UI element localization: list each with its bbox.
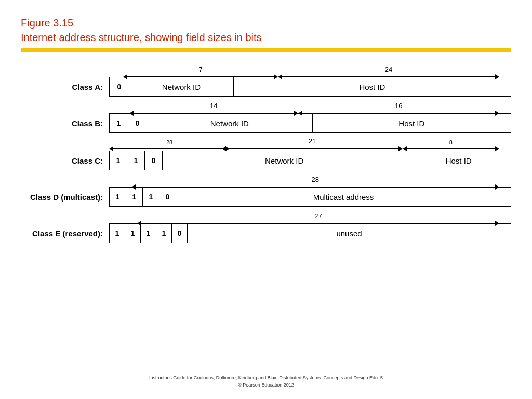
arrow-21-label: 21 <box>222 137 403 145</box>
diagram-area: 7 24 Class <box>21 62 511 243</box>
class-a-arrows: 7 24 <box>109 62 511 77</box>
class-d-bit-1c: 1 <box>143 188 159 206</box>
class-b-row: Class B: 1 0 Network ID Host ID <box>21 113 511 133</box>
class-a-block: 7 24 Class <box>21 62 511 97</box>
yellow-divider <box>21 48 511 52</box>
class-a-label: Class A: <box>21 83 109 91</box>
class-e-block: 27 Class E (reserved): 1 1 1 1 <box>21 209 511 243</box>
class-d-bit-1a: 1 <box>110 188 126 206</box>
class-e-row: Class E (reserved): 1 1 1 1 0 unused <box>21 223 511 243</box>
class-b-label: Class B: <box>21 119 109 128</box>
arrow-28-lb <box>113 148 225 149</box>
class-c-host-id: Host ID <box>406 151 511 170</box>
class-d-bit-1b: 1 <box>126 188 143 206</box>
arrow-14-label: 14 <box>129 102 298 110</box>
class-d-row: Class D (multicast): 1 1 1 0 Multicast a… <box>21 187 511 207</box>
arrow-21: 21 <box>222 137 403 151</box>
class-c-label: Class C: <box>21 156 109 165</box>
class-e-boxes: 1 1 1 1 0 unused <box>109 223 511 243</box>
class-c-row: Class C: 1 1 0 Network ID Host ID <box>21 151 511 170</box>
class-e-bit-1a: 1 <box>110 224 125 243</box>
class-a-row: Class A: 0 Network ID Host ID <box>21 77 511 97</box>
class-b-arrows: 14 16 <box>109 99 511 113</box>
class-d-boxes: 1 1 1 0 Multicast address <box>109 187 511 207</box>
class-e-bit-1b: 1 <box>125 224 141 243</box>
arrow-8-body <box>407 148 495 149</box>
class-a-network-id: Network ID <box>129 77 234 96</box>
footer: Instructor's Guide for Coulouris, Dollim… <box>0 375 532 389</box>
class-d-bit-0: 0 <box>159 188 176 206</box>
class-b-network-id: Network ID <box>147 114 313 132</box>
figure-title: Figure 3.15 Internet address structure, … <box>21 16 511 45</box>
class-c-bit-1a: 1 <box>110 151 127 170</box>
class-e-bit-0: 0 <box>172 224 188 243</box>
arrow-16-label: 16 <box>298 102 499 110</box>
arrow-28-left-label: 28 <box>109 139 230 145</box>
arrow-21-body <box>226 148 398 149</box>
class-b-bit-0: 0 <box>128 114 147 132</box>
class-b-bit-1: 1 <box>110 114 128 132</box>
class-e-arrows: 27 <box>109 209 511 223</box>
class-c-bit-1b: 1 <box>127 151 145 170</box>
class-d-block: 28 Class D (multicast): 1 1 1 0 <box>21 172 511 207</box>
footer-line1: Instructor's Guide for Coulouris, Dollim… <box>149 375 383 380</box>
arrow-7-label: 7 <box>123 65 278 73</box>
class-e-label: Class E (reserved): <box>21 229 109 238</box>
class-d-structure: 1 1 1 0 Multicast address <box>109 187 511 207</box>
title-line2: Internet address structure, showing fiel… <box>21 32 262 43</box>
arrow-8-label: 8 <box>403 139 499 145</box>
class-c-block: 28 21 <box>21 135 511 170</box>
class-b-boxes: 1 0 Network ID Host ID <box>109 113 511 133</box>
class-e-structure: 1 1 1 1 0 unused <box>109 223 511 243</box>
class-e-unused: unused <box>188 224 511 243</box>
class-b-host-id: Host ID <box>313 114 511 132</box>
class-d-multicast: Multicast address <box>176 188 511 206</box>
class-a-boxes: 0 Network ID Host ID <box>109 77 511 97</box>
title-line1: Figure 3.15 <box>21 17 73 29</box>
class-d-arrows: 28 <box>109 172 511 187</box>
class-a-structure: 0 Network ID Host ID <box>109 77 511 97</box>
class-e-bit-1d: 1 <box>156 224 172 243</box>
class-c-arrows: 28 21 <box>109 135 511 151</box>
class-c-boxes: 1 1 0 Network ID Host ID <box>109 151 511 170</box>
arrow-d-28-label: 28 <box>131 176 499 183</box>
class-d-label: Class D (multicast): <box>21 193 109 202</box>
arrow-e-27-label: 27 <box>137 212 499 220</box>
arrow-8: 8 <box>403 139 499 151</box>
class-e-bit-1c: 1 <box>141 224 156 243</box>
class-c-network-id: Network ID <box>163 151 406 170</box>
class-c-bit-0: 0 <box>145 151 163 170</box>
arrow-24-label: 24 <box>278 65 499 73</box>
class-a-host-id: Host ID <box>234 77 511 96</box>
class-b-block: 14 16 Class B: <box>21 99 511 133</box>
arrow-28-left: 28 <box>109 139 230 151</box>
class-b-structure: 1 0 Network ID Host ID <box>109 113 511 133</box>
page: Figure 3.15 Internet address structure, … <box>0 0 532 399</box>
class-a-bit-0: 0 <box>110 77 129 96</box>
class-c-structure: 1 1 0 Network ID Host ID <box>109 151 511 170</box>
footer-line2: © Pearson Education 2012 <box>238 382 294 388</box>
